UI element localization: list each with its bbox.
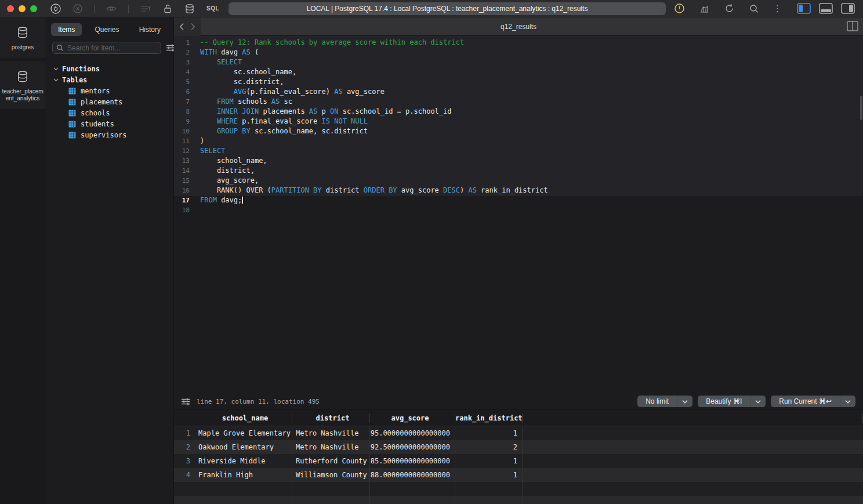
refresh-icon[interactable] [724,3,735,14]
code-text: AVG(p.final_eval_score) AS avg_score [195,87,385,97]
cell-rank_in_district[interactable]: 1 [455,426,523,440]
line-number: 4 [174,67,195,77]
line-number: 9 [174,117,195,126]
cell-rank_in_district [455,496,523,504]
table-row[interactable]: 4Franklin HighWilliamson County88.000000… [174,468,863,482]
table-name-label: students [81,120,114,128]
forward-icon[interactable] [190,23,195,31]
limit-dropdown-icon[interactable] [677,396,692,407]
tree-group-label: Tables [62,76,87,84]
cell-avg_score[interactable]: 95.0000000000000000 [370,426,455,440]
cell-filler [523,468,863,482]
table-name-label: placements [81,98,122,106]
code-text: FROM davg; [195,195,243,205]
editor-settings-icon[interactable] [181,397,191,406]
editor-line: 7 FROM schools AS sc [174,97,863,107]
split-editor-icon[interactable] [847,21,858,31]
line-number: 17 [174,195,195,205]
table-row[interactable]: 3Riverside MiddleRutherford County85.500… [174,454,863,468]
cell-rank_in_district[interactable]: 1 [455,468,523,482]
limit-button[interactable]: No limit [637,396,692,407]
tree-group-tables[interactable]: Tables [45,74,173,85]
code-text: -- Query 12: Rank schools by average sco… [195,38,464,48]
editor-line: 12SELECT [174,146,863,156]
cell-avg_score[interactable]: 92.5000000000000000 [370,440,455,454]
tab-history[interactable]: History [132,23,168,36]
cell-school_name[interactable]: Oakwood Elementary [195,440,292,454]
beautify-button-label: Beautify ⌘I [698,397,750,405]
cell-filler [523,482,863,496]
cell-district[interactable]: Williamson County [292,468,370,482]
cell-district[interactable]: Rutherford County [292,454,370,468]
run-current-button-label: Run Current ⌘↩ [771,397,840,405]
column-header-avg_score[interactable]: avg_score [370,414,455,423]
zoom-window-button[interactable] [30,5,37,12]
table-name-label: schools [81,109,110,117]
more-options-icon[interactable]: ⋮ [773,3,782,14]
run-current-button[interactable]: Run Current ⌘↩ [771,396,855,407]
preview-eye-icon[interactable] [106,3,117,14]
column-header-filler [523,414,863,423]
cell-district[interactable]: Metro Nashville [292,426,370,440]
sidebar-item-table-mentors[interactable]: mentors [45,85,173,96]
cell-school_name[interactable]: Franklin High [195,468,292,482]
editor-line: 9 WHERE p.final_eval_score IS NOT NULL [174,117,863,126]
lock-icon[interactable] [162,3,173,14]
sidebar-item-table-students[interactable]: students [45,118,173,129]
sql-editor[interactable]: 1-- Query 12: Rank schools by average sc… [174,36,863,393]
queue-list-icon[interactable] [140,3,151,14]
tab-queries[interactable]: Queries [88,23,126,36]
cell-rank_in_district[interactable]: 2 [455,440,523,454]
column-header-rank_in_district[interactable]: rank_in_district [455,414,523,423]
tab-nav-buttons [174,17,201,36]
sql-badge: SQL [206,5,219,12]
results-header-row: school_namedistrictavg_scorerank_in_dist… [174,410,863,426]
disconnect-icon[interactable] [72,3,83,14]
minimize-window-button[interactable] [19,5,26,12]
editor-scrollbar[interactable] [860,96,862,120]
cell-rank_in_district[interactable]: 1 [455,454,523,468]
connection-item-postgres[interactable]: postgres [0,17,45,61]
connection-name: postgres [2,44,43,51]
cell-filler [523,454,863,468]
cell-school_name[interactable]: Riverside Middle [195,454,292,468]
connect-plug-icon[interactable] [50,3,61,14]
sidebar-item-table-placements[interactable]: placements [45,96,173,107]
toggle-left-panel-icon[interactable] [797,3,811,14]
cell-school_name[interactable]: Maple Grove Elementary [195,426,292,440]
beautify-button[interactable]: Beautify ⌘I [698,396,766,407]
run-dropdown-icon[interactable] [840,396,855,407]
search-icon[interactable] [749,3,759,14]
column-header-school_name[interactable]: school_name [195,414,292,423]
back-icon[interactable] [179,23,184,31]
cell-avg_score[interactable]: 88.0000000000000000 [370,468,455,482]
row-number: 1 [174,429,195,437]
toggle-bottom-panel-icon[interactable] [819,3,833,14]
cell-district [292,482,370,496]
item-search-box[interactable] [52,42,161,54]
cell-school_name [195,482,292,496]
cell-district[interactable]: Metro Nashville [292,440,370,454]
warning-icon[interactable] [674,3,685,14]
column-header-district[interactable]: district [292,414,370,423]
table-grid-icon [68,121,76,128]
editor-line: 17FROM davg; [174,195,863,205]
close-window-button[interactable] [7,5,14,12]
active-tab-title: q12_results [174,23,863,31]
table-row[interactable]: 1Maple Grove ElementaryMetro Nashville95… [174,426,863,440]
search-input[interactable] [67,44,157,52]
sidebar-item-table-schools[interactable]: schools [45,107,173,118]
cell-district [292,496,370,504]
cell-rank_in_district [455,482,523,496]
database-icon[interactable] [184,3,195,14]
tree-group-functions[interactable]: Functions [45,63,173,74]
connection-item-teacher_placement_analytics[interactable]: teacher_placement_analytics [0,61,45,113]
beautify-dropdown-icon[interactable] [750,396,766,407]
tab-items[interactable]: Items [51,23,82,36]
sidebar-item-table-supervisors[interactable]: supervisors [45,129,173,140]
cell-avg_score[interactable]: 85.5000000000000000 [370,454,455,468]
chevron-down-icon [53,78,59,82]
table-row[interactable]: 2Oakwood ElementaryMetro Nashville92.500… [174,440,863,454]
chart-icon[interactable] [699,3,710,14]
toggle-right-panel-icon[interactable] [841,3,855,14]
